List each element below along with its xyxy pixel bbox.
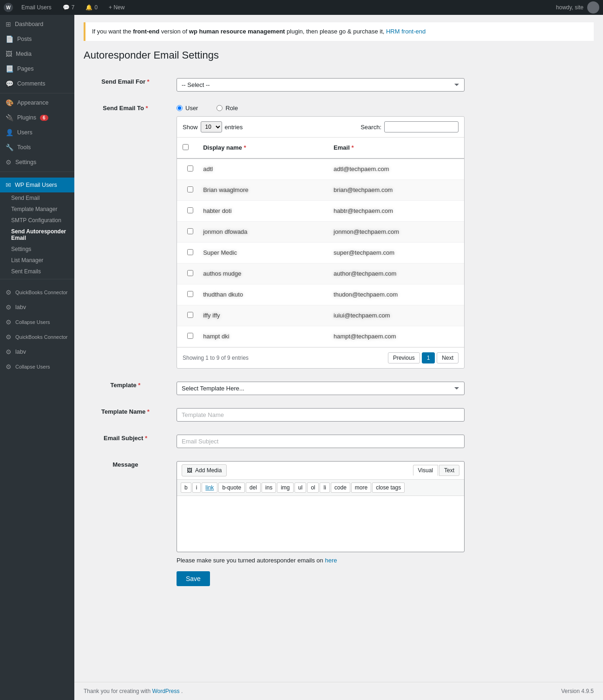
row-checkbox-5[interactable] [187,270,193,276]
tools-icon: 🔧 [6,144,13,151]
fmt-btn-img[interactable]: img [277,482,293,493]
row-checkbox-4[interactable] [187,249,193,255]
editor-format-bar: bilinkb-quotedelinsimgulollicodemoreclos… [177,480,464,496]
admin-bar-notifs[interactable]: 🔔 0 [83,4,100,11]
sidebar-item-dashboard[interactable]: ⊞ Dashboard [0,17,74,32]
row-template: Template * Select Template Here... [84,375,594,402]
sidebar-item-labv2[interactable]: ⚙ labv [0,344,74,359]
select-all-checkbox[interactable] [183,144,189,150]
sidebar-item-settings[interactable]: ⚙ Settings [0,155,74,170]
sidebar-label-qb1: QuickBooks Connector [15,290,68,295]
notice-link[interactable]: HRM front-end [386,28,426,35]
fmt-btn-ins[interactable]: ins [262,482,276,493]
table-row: iffy iffy iuiui@techpaem.com [177,305,464,326]
email-icon: ✉ [6,181,11,189]
template-name-input[interactable] [177,408,465,422]
row-checkbox-0[interactable] [187,165,193,172]
sidebar-item-pages[interactable]: 📃 Pages [0,61,74,76]
notif-icon: 🔔 [85,4,92,11]
email-subject-input[interactable] [177,435,465,448]
label-template: Template * [111,382,141,389]
form-table: Send Email For * -- Select -- New User R… [84,72,594,593]
sidebar-label-labv2: labv [15,349,26,355]
admin-bar-comments[interactable]: 💬 7 [60,4,78,11]
visual-tab[interactable]: Visual [413,465,438,476]
fmt-btn-i[interactable]: i [192,482,201,493]
note-link[interactable]: here [325,557,337,564]
sidebar-sub-smtp-config[interactable]: SMTP Configuration [0,215,74,226]
qb1-icon: ⚙ [6,289,12,296]
fmt-btn-del[interactable]: del [246,482,261,493]
table-row: adtl adtl@techpaem.com [177,158,464,180]
fmt-btn-link[interactable]: link [202,482,217,493]
table-row: hampt dki hampt@techpaem.com [177,326,464,347]
form-note: Please make sure you turned autoresponde… [177,557,465,564]
send-email-for-select[interactable]: -- Select -- New User Registration Passw… [177,78,465,92]
radio-label-role[interactable]: Role [216,105,238,112]
next-page-btn[interactable]: Next [437,352,459,363]
fmt-btn-ul[interactable]: ul [295,482,306,493]
sidebar-sub-sent-emails[interactable]: Sent Emails [0,266,74,277]
fmt-btn-b[interactable]: b [181,482,191,493]
sidebar-item-collapse2[interactable]: ⚙ Collapse Users [0,359,74,374]
row-checkbox-3[interactable] [187,228,193,234]
sidebar-item-labv1[interactable]: ⚙ labv [0,300,74,315]
fmt-btn-b-quote[interactable]: b-quote [218,482,245,493]
required-star-5: * [145,435,147,442]
admin-bar-right: howdy, site [556,1,599,13]
fmt-btn-code[interactable]: code [331,482,350,493]
sidebar-item-wp-email-users[interactable]: ✉ WP Email Users [0,178,74,192]
sidebar-item-qb1[interactable]: ⚙ QuickBooks Connector [0,285,74,300]
comment-icon: 💬 [63,4,70,11]
admin-bar-site[interactable]: Email Users [19,4,54,11]
sidebar-wp-email-users-section: ✉ WP Email Users Send Email Template Man… [0,176,74,283]
row-checkbox-7[interactable] [187,312,193,318]
radio-user[interactable] [177,105,183,111]
cell-email-3: jonmon@techpaem.com [334,222,464,243]
row-checkbox-6[interactable] [187,291,193,297]
cell-email-1: brian@techpaem.com [334,180,464,201]
row-checkbox-2[interactable] [187,207,193,213]
radio-role[interactable] [216,105,223,111]
sidebar: ⊞ Dashboard 📄 Posts 🖼 Media 📃 Pages 💬 Co… [0,15,74,700]
users-datatable: Show 10 25 50 entries [177,116,465,369]
sidebar-item-users[interactable]: 👤 Users [0,125,74,140]
sidebar-divider-3 [0,279,74,279]
sidebar-item-comments[interactable]: 💬 Comments [0,76,74,91]
sidebar-sub-template-manager[interactable]: Template Manager [0,204,74,215]
sidebar-label-labv1: labv [15,304,26,310]
fmt-btn-ol[interactable]: ol [307,482,319,493]
posts-icon: 📄 [6,35,13,43]
admin-bar-new[interactable]: + New [106,4,127,11]
entries-per-page-select[interactable]: 10 25 50 [201,121,222,132]
row-checkbox-1[interactable] [187,186,193,192]
footer-wordpress-link[interactable]: WordPress [152,688,179,694]
sidebar-sub-send-email[interactable]: Send Email [0,192,74,204]
text-tab[interactable]: Text [439,465,459,476]
row-checkbox-8[interactable] [187,333,193,339]
fmt-btn-more[interactable]: more [351,482,371,493]
sidebar-item-plugins[interactable]: 🔌 Plugins 6 [0,110,74,125]
fmt-btn-close-tags[interactable]: close tags [372,482,405,493]
add-media-btn[interactable]: 🖼 Add Media [182,464,227,476]
sidebar-sub-send-autoresponder[interactable]: Send Autoresponder Email [0,226,74,244]
radio-label-user[interactable]: User [177,105,198,112]
datatable-footer: Showing 1 to 9 of 9 entries Previous 1 N… [177,347,464,368]
fmt-btn-li[interactable]: li [320,482,329,493]
table-search-input[interactable] [384,121,459,132]
sidebar-item-qb2[interactable]: ⚙ QuickBooks Connector [0,330,74,344]
sidebar-item-media[interactable]: 🖼 Media [0,46,74,61]
wp-logo[interactable]: W [4,3,13,12]
sidebar-sub-list-manager[interactable]: List Manager [0,255,74,266]
sidebar-item-posts[interactable]: 📄 Posts [0,32,74,46]
sidebar-item-tools[interactable]: 🔧 Tools [0,140,74,155]
message-editor-area[interactable] [177,496,464,552]
page-1-btn[interactable]: 1 [422,352,435,363]
sidebar-item-appearance[interactable]: 🎨 Appearance [0,95,74,110]
sidebar-sub-settings[interactable]: Settings [0,244,74,255]
save-button[interactable]: Save [177,571,210,586]
prev-page-btn[interactable]: Previous [388,352,420,363]
required-star-1: * [147,78,150,85]
template-select[interactable]: Select Template Here... [177,382,465,395]
sidebar-item-collapse1[interactable]: ⚙ Collapse Users [0,315,74,330]
